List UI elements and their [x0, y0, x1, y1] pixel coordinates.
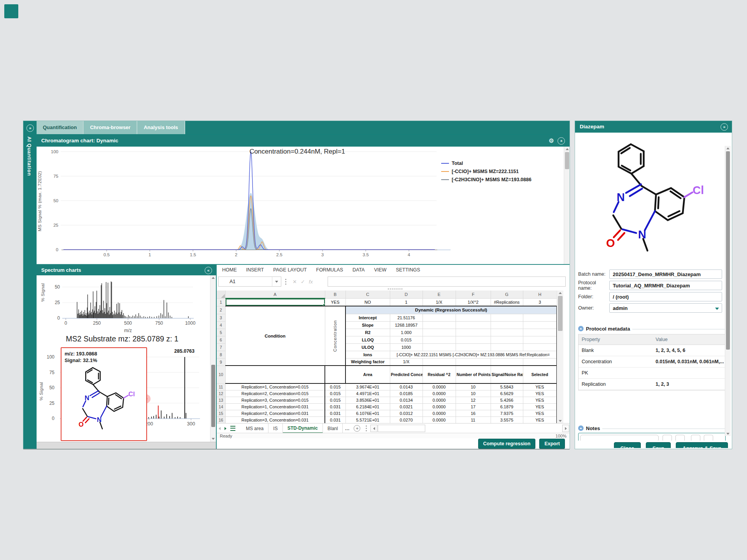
grid-cell[interactable]: YES: [325, 298, 345, 306]
grid-cell[interactable]: 6.5629: [491, 390, 523, 397]
grid-cell[interactable]: [523, 314, 557, 321]
grid-cell[interactable]: 3.5575: [491, 416, 523, 423]
collapse-panel-icon[interactable]: »: [558, 137, 565, 145]
grid-cell[interactable]: 0.015: [390, 336, 423, 343]
grid-cell[interactable]: Replication=1, Concentration=0.015: [225, 383, 325, 390]
spectrum-scrollbar[interactable]: [210, 275, 216, 442]
chromatogram-chart[interactable]: 10075502500.511.522.533.54 Concentration…: [37, 147, 570, 264]
grid-cell[interactable]: 10: [456, 390, 491, 397]
grid-cell[interactable]: 4: [217, 321, 225, 329]
grid-cell[interactable]: Selected: [523, 366, 557, 383]
grid-cell[interactable]: [456, 321, 491, 329]
grid-cell[interactable]: 10: [217, 366, 225, 383]
grid-cell[interactable]: [225, 366, 325, 383]
collapse-spectrum-icon[interactable]: «: [205, 267, 212, 274]
grid-cell[interactable]: [423, 343, 456, 351]
desktop-shortcut-tile[interactable]: [4, 4, 18, 18]
grid-cell[interactable]: [523, 329, 557, 336]
grid-cell[interactable]: [523, 343, 557, 351]
tab-analysis-tools[interactable]: Analysis tools: [137, 121, 185, 134]
grid-cell[interactable]: 0.0143: [390, 383, 423, 390]
expand-sidebar-icon[interactable]: »: [26, 124, 34, 132]
formula-bar-grip[interactable]: [285, 281, 286, 282]
grid-cell[interactable]: 13: [217, 397, 225, 403]
scroll-up-icon[interactable]: [564, 147, 570, 151]
grid-cell[interactable]: Signal/Noise Ratio: [491, 366, 523, 383]
field-batch-name[interactable]: 20250417_Demo_MRMHR_Diazepam: [609, 270, 722, 279]
collapse-group-icon[interactable]: [578, 326, 584, 331]
grid-cell[interactable]: YES: [523, 390, 557, 397]
grid-cell[interactable]: 16: [217, 416, 225, 423]
grid-cell[interactable]: Replication=2, Concentration=0.031: [225, 410, 325, 416]
grid-cell[interactable]: [456, 314, 491, 321]
gear-icon[interactable]: ⚙: [549, 135, 554, 147]
grid-cell[interactable]: 3: [523, 298, 557, 306]
grid-cell[interactable]: [523, 321, 557, 329]
grid-cell[interactable]: H: [523, 290, 557, 298]
more-sheets-icon[interactable]: …: [343, 424, 351, 433]
scroll-down-icon[interactable]: [210, 436, 216, 441]
scroll-up-icon[interactable]: [210, 275, 216, 280]
compute-regression-button[interactable]: Compute regression: [478, 439, 536, 449]
grid-cell[interactable]: 7: [217, 343, 225, 351]
grid-cell[interactable]: YES: [523, 410, 557, 416]
grid-cell[interactable]: 0.031: [325, 410, 345, 416]
hscroll-track[interactable]: [378, 425, 425, 432]
tabbar-grip[interactable]: [366, 428, 367, 429]
grid-cell[interactable]: 6: [217, 336, 225, 343]
sheet-tab-ms-area[interactable]: MS area: [241, 424, 268, 433]
grid-cell[interactable]: 0.015: [325, 397, 345, 403]
grid-cell[interactable]: 15: [217, 410, 225, 416]
grid-cell[interactable]: 1/X^2: [456, 298, 491, 306]
grid-cell[interactable]: Residual ^2: [423, 366, 456, 383]
close-button[interactable]: Close: [614, 442, 641, 448]
grid-cell[interactable]: 12: [456, 397, 491, 403]
grid-cell[interactable]: YES: [523, 403, 557, 410]
save-button[interactable]: Save: [646, 442, 671, 448]
dropdown-icon[interactable]: [715, 308, 719, 310]
grid-cell[interactable]: 0.0185: [390, 390, 423, 397]
grid-cell[interactable]: Condition: [225, 306, 325, 366]
tab-chroma-browser[interactable]: Chroma-browser: [84, 121, 137, 134]
grid-cell[interactable]: Replication=3, Concentration=0.031: [225, 416, 325, 423]
scroll-up-icon[interactable]: [725, 146, 731, 150]
sheet-tab-is[interactable]: IS: [268, 424, 282, 433]
grid-cell[interactable]: [491, 329, 523, 336]
cancel-entry-icon[interactable]: ✕: [293, 279, 297, 285]
approve-save-button[interactable]: Approve & Save: [676, 442, 728, 448]
zoom-level[interactable]: 100%: [556, 434, 566, 438]
grid-cell[interactable]: 21.51176: [390, 314, 423, 321]
grid-cell[interactable]: 0.0000: [423, 383, 456, 390]
grid-cell[interactable]: 0.0000: [423, 403, 456, 410]
insert-function-icon[interactable]: fx: [309, 279, 313, 285]
grid-cell[interactable]: 6.2184E+01: [345, 403, 390, 410]
sheet-nav-prev-icon[interactable]: [217, 424, 223, 433]
export-button[interactable]: Export: [539, 439, 565, 449]
grid-cell[interactable]: 11: [217, 383, 225, 390]
grid-cell[interactable]: 0.0270: [390, 416, 423, 423]
grid-cell[interactable]: E: [423, 290, 456, 298]
grid-cell[interactable]: 1: [390, 298, 423, 306]
grid-cell[interactable]: Area: [345, 366, 390, 383]
grid-cell[interactable]: 0.0312: [390, 410, 423, 416]
grid-cell[interactable]: 5.5843: [491, 383, 523, 390]
grid-cell[interactable]: NO: [345, 298, 390, 306]
grid-cell[interactable]: C: [345, 290, 390, 298]
grid-cell[interactable]: 0.015: [325, 390, 345, 397]
scroll-down-icon[interactable]: [725, 431, 731, 436]
grid-cell[interactable]: 5.5721E+01: [345, 416, 390, 423]
grid-cell[interactable]: Weighting factor: [345, 358, 390, 366]
spectrum-charts[interactable]: 5025002505007501000m/z % Signal 10075502…: [37, 275, 216, 442]
field-protocol-name[interactable]: Tutorial_AQ_MRMHR_Diazepam: [609, 281, 722, 290]
grid-cell[interactable]: [456, 343, 491, 351]
grid-cell[interactable]: [491, 358, 523, 366]
grid-cell[interactable]: [491, 336, 523, 343]
grid-cell[interactable]: D: [390, 290, 423, 298]
grid-cell[interactable]: [-CClO]+ MZ:222.1151 MSMS [-C2H3ClNO]+ M…: [390, 351, 557, 358]
field-owner[interactable]: admin: [609, 303, 722, 313]
grid-cell[interactable]: 1.000: [390, 329, 423, 336]
grid-cell[interactable]: 0.0000: [423, 410, 456, 416]
grid-cell[interactable]: 0.031: [325, 416, 345, 423]
grid-cell[interactable]: [325, 366, 345, 383]
grid-cell[interactable]: 11: [456, 416, 491, 423]
